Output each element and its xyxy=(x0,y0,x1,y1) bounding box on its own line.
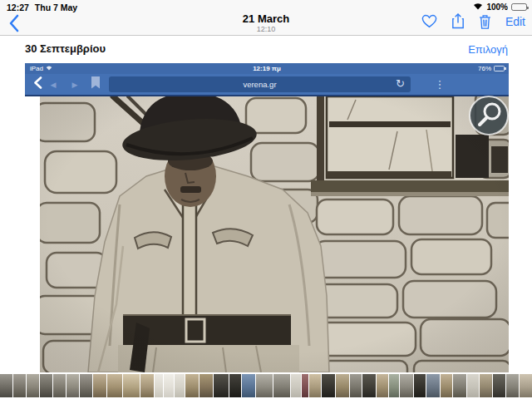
viewed-photo-browser-screenshot[interactable]: iPad 12:19 πμ 76% ◀ ▶ verena.gr ↻ ⋮ xyxy=(25,63,509,372)
screenshot-overflow-menu-icon: ⋮ xyxy=(411,78,469,91)
select-button[interactable]: Επιλογή xyxy=(468,43,508,56)
thumbnail-item[interactable] xyxy=(377,374,388,397)
photos-header: 12:27 Thu 7 May 100% 21 March 12:10 xyxy=(0,0,532,36)
magnifier-icon xyxy=(468,96,509,136)
thumbnail-item[interactable] xyxy=(400,374,413,397)
battery-icon xyxy=(511,3,527,11)
screenshot-status-bar: iPad 12:19 πμ 76% xyxy=(25,63,509,74)
thumbnail-item[interactable] xyxy=(164,374,174,397)
thumbnail-item[interactable] xyxy=(389,374,399,397)
wifi-icon xyxy=(473,2,483,12)
screenshot-page-forward-icon: ▶ xyxy=(64,81,86,89)
thumbnail-item[interactable] xyxy=(336,374,349,397)
thumbnail-item[interactable] xyxy=(309,374,321,397)
screenshot-browser-back-icon xyxy=(33,76,42,92)
screenshot-bookmark-icon xyxy=(91,76,101,92)
share-button[interactable] xyxy=(451,13,465,29)
thumbnail-item[interactable] xyxy=(123,374,140,397)
thumbnail-item[interactable] xyxy=(140,374,154,397)
thumbnail-item[interactable] xyxy=(426,374,440,397)
thumbnail-item[interactable] xyxy=(414,374,426,397)
favorite-button[interactable] xyxy=(421,14,437,28)
screenshot-browser-toolbar: ◀ ▶ verena.gr ↻ ⋮ xyxy=(25,74,509,96)
edit-button[interactable]: Edit xyxy=(505,15,525,28)
thumbnail-item[interactable] xyxy=(155,374,163,397)
thumbnail-item[interactable] xyxy=(185,374,199,397)
thumbnail-item[interactable] xyxy=(520,374,532,397)
thumbnail-item[interactable] xyxy=(93,374,106,397)
thumbnail-item[interactable] xyxy=(0,374,12,397)
screenshot-reload-icon: ↻ xyxy=(396,77,405,90)
screenshot-battery-percent: 76% xyxy=(478,65,491,72)
thumbnail-item[interactable] xyxy=(256,374,273,397)
thumbnail-item[interactable] xyxy=(53,374,66,397)
screenshot-clock-label: 12:19 πμ xyxy=(25,65,509,72)
thumbnail-item[interactable] xyxy=(40,374,52,397)
thumbnail-item[interactable] xyxy=(229,374,241,397)
screenshot-page-back-icon: ◀ xyxy=(42,81,64,89)
thumbnail-item[interactable] xyxy=(80,374,92,397)
thumbnail-item[interactable] xyxy=(322,374,335,397)
thumbnail-item[interactable] xyxy=(362,374,376,397)
trash-button[interactable] xyxy=(479,14,491,29)
thumbnail-item[interactable] xyxy=(214,374,229,397)
thumbnail-item[interactable] xyxy=(350,374,362,397)
thumbnail-item[interactable] xyxy=(200,374,213,397)
thumbnail-item[interactable] xyxy=(107,374,122,397)
thumbnail-item[interactable] xyxy=(291,374,301,397)
thumbnail-item[interactable] xyxy=(480,374,492,397)
screenshot-url-text: verena.gr xyxy=(109,80,411,89)
thumbnail-item[interactable] xyxy=(453,374,466,397)
thumbnail-item[interactable] xyxy=(506,374,519,397)
soldier-photo xyxy=(40,96,509,372)
thumbnail-item[interactable] xyxy=(302,374,308,397)
battery-percent-label: 100% xyxy=(486,2,508,12)
photo-nav-bar: 21 March 12:10 Edit xyxy=(0,12,532,36)
section-date-title: 30 Σεπτεμβρίου xyxy=(25,42,106,55)
thumbnail-item[interactable] xyxy=(242,374,255,397)
thumbnail-item[interactable] xyxy=(493,374,505,397)
thumbnail-item[interactable] xyxy=(13,374,26,397)
thumbnail-item[interactable] xyxy=(273,374,290,397)
screenshot-url-bar: verena.gr ↻ xyxy=(109,76,411,92)
thumbnail-item[interactable] xyxy=(175,374,185,397)
thumbnail-scrubber[interactable] xyxy=(0,374,532,397)
thumbnail-item[interactable] xyxy=(441,374,452,397)
thumbnail-item[interactable] xyxy=(66,374,79,397)
screenshot-battery-icon xyxy=(494,66,505,71)
thumbnail-item[interactable] xyxy=(27,374,39,397)
thumbnail-item[interactable] xyxy=(467,374,479,397)
